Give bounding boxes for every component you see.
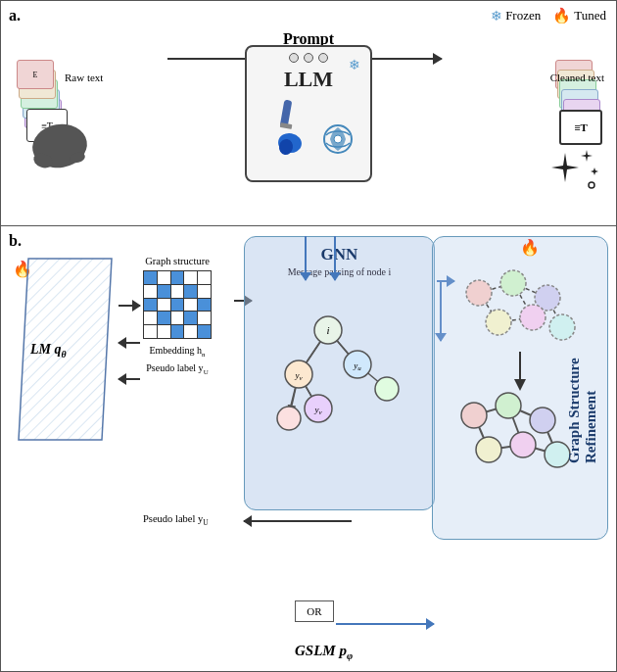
legend-tuned: 🔥 Tuned	[552, 7, 606, 24]
legend: ❄ Frozen 🔥 Tuned	[491, 7, 606, 24]
svg-point-39	[486, 310, 511, 335]
legend-frozen: ❄ Frozen	[491, 8, 541, 24]
gslm-label: GSLM pφ	[295, 643, 353, 661]
grid-cell	[198, 325, 211, 338]
star-large	[551, 153, 579, 182]
sparkles-decoration	[538, 148, 601, 206]
gnn-node-graph: i yv yu yv	[245, 281, 416, 453]
cleaned-text-label: Cleaned text	[550, 68, 604, 85]
panel-a: a. ❄ Frozen 🔥 Tuned Prompt E E E E E	[1, 1, 616, 226]
llm-title-bar	[289, 53, 328, 63]
star-tiny	[591, 168, 598, 175]
svg-point-28	[277, 407, 301, 430]
grid-cell	[198, 299, 211, 312]
arrow-or-to-refine	[336, 623, 434, 625]
arrow-top-down-blue2	[334, 236, 336, 280]
panel-b: b. 🔥 LM qθ	[1, 226, 616, 671]
graph-struct-label: Graph structure	[128, 256, 226, 266]
raw-text-label: Raw text	[65, 68, 103, 85]
grid-cell	[144, 271, 157, 284]
tuned-card-right: ≡T	[559, 110, 602, 145]
arrow-pseudo-to-lm	[119, 378, 140, 380]
graph-refine-label: Graph Structure Refinement	[566, 312, 599, 463]
arrow-gnn-to-pseudo	[244, 520, 352, 522]
grid-cell	[171, 285, 184, 298]
grid-cell	[144, 312, 157, 324]
star-small-1	[581, 150, 593, 162]
adjacency-matrix	[143, 270, 212, 339]
svg-text:i: i	[326, 324, 329, 336]
grid-cell	[158, 271, 170, 284]
llm-text: LLM	[284, 67, 333, 92]
panel-a-label: a.	[9, 7, 21, 24]
grid-cell	[171, 271, 184, 284]
lm-label: LM qθ	[30, 342, 67, 360]
grid-cell	[184, 325, 197, 338]
card-stack-item: E	[17, 60, 54, 89]
svg-point-52	[496, 393, 521, 418]
or-box: OR	[295, 600, 334, 622]
llm-box: LLM ❄	[245, 45, 372, 182]
llm-circle-3	[318, 53, 328, 63]
grid-cell	[184, 285, 197, 298]
svg-rect-4	[279, 122, 292, 129]
llm-circle-1	[289, 53, 299, 63]
grid-cell	[184, 299, 197, 312]
frozen-label: Frozen	[505, 8, 541, 24]
svg-point-29	[375, 377, 399, 401]
svg-point-37	[500, 270, 526, 296]
circle-deco	[589, 182, 594, 188]
panel-b-label: b.	[9, 232, 22, 250]
grid-cell	[144, 285, 157, 298]
tuned-label: Tuned	[574, 8, 606, 24]
grid-cell	[158, 325, 170, 338]
grid-cell	[198, 285, 211, 298]
svg-point-54	[476, 437, 501, 462]
svg-point-8	[334, 135, 342, 143]
llm-icons	[262, 98, 356, 157]
grid-cell	[184, 312, 197, 324]
brush-svg	[262, 98, 316, 157]
ink-blob	[28, 117, 92, 179]
fire-icon-refine: 🔥	[520, 238, 540, 257]
gnn-title: GNN	[245, 245, 434, 264]
grid-cell	[171, 299, 184, 312]
grid-cell	[198, 271, 211, 284]
pseudo-label-bottom: Pseudo label yU	[143, 513, 209, 527]
grid-cell	[158, 312, 170, 324]
fire-icon-legend: 🔥	[552, 7, 571, 24]
openai-logo	[320, 121, 356, 157]
grid-cell	[171, 312, 184, 324]
svg-marker-43	[514, 379, 526, 391]
llm-circle-2	[304, 53, 313, 63]
arrow-top-down-blue	[305, 236, 307, 280]
svg-point-36	[466, 280, 492, 306]
llm-snowflake: ❄	[349, 57, 360, 73]
svg-point-51	[461, 403, 487, 428]
grid-cell	[171, 325, 184, 338]
grid-cell	[144, 299, 157, 312]
snowflake-icon: ❄	[491, 8, 502, 24]
svg-point-55	[510, 432, 536, 457]
graph-refine-box: Graph Structure Refinement	[432, 236, 608, 540]
grid-cell	[184, 271, 197, 284]
grid-cell	[144, 325, 157, 338]
grid-cell	[158, 299, 170, 312]
main-container: a. ❄ Frozen 🔥 Tuned Prompt E E E E E	[0, 0, 617, 672]
grid-cell	[158, 285, 170, 298]
graph-structure-section: Graph structure	[128, 256, 226, 377]
svg-point-40	[520, 305, 546, 330]
svg-point-53	[530, 408, 555, 433]
embedding-labels: Embedding hn Pseudo label yU	[128, 343, 226, 377]
grid-cell	[198, 312, 211, 324]
